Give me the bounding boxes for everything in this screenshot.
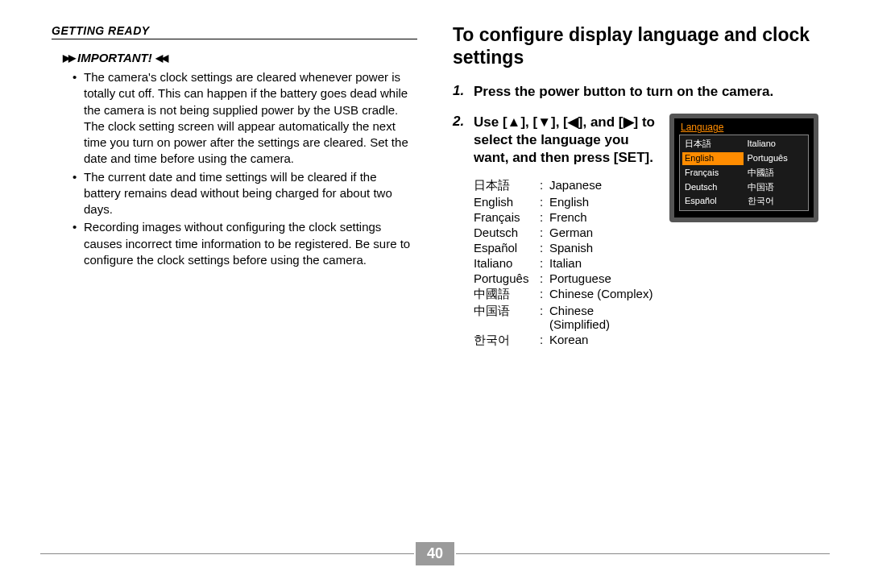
left-arrow-icon: ◀ <box>568 114 578 130</box>
screen-cell: 日本語 <box>682 138 744 151</box>
page-title: To configure display language and clock … <box>453 24 818 68</box>
language-row: Português: Portuguese <box>474 271 657 286</box>
lang-native: 中國語 <box>474 286 540 303</box>
language-row: Italiano: Italian <box>474 255 657 271</box>
language-row: Español: Spanish <box>474 240 657 255</box>
screen-cell: Español <box>682 195 744 208</box>
screen-cell: 中国语 <box>745 181 806 194</box>
step-text: Press the power button to turn on the ca… <box>474 83 818 101</box>
section-header: GETTING READY <box>52 24 417 39</box>
language-row: 中国语: Chinese (Simplified) <box>474 303 657 332</box>
step-1: 1. Press the power button to turn on the… <box>453 83 818 101</box>
lang-native: 中国语 <box>474 303 540 332</box>
step-text: Use [▲], [▼], [◀], and [▶] to select the… <box>474 114 657 167</box>
colon: : <box>540 303 549 332</box>
step-number: 2. <box>453 114 464 130</box>
lang-native: English <box>474 194 540 209</box>
lang-native: 한국어 <box>474 332 540 349</box>
page-number: 40 <box>416 542 454 565</box>
lang-english: Italian <box>549 255 657 271</box>
step-number: 1. <box>453 83 464 99</box>
colon: : <box>540 271 549 286</box>
language-row: Deutsch: German <box>474 225 657 240</box>
language-menu-screen: Language 日本語ItalianoEnglishPortuguêsFran… <box>669 114 818 222</box>
down-arrow-icon: ▼ <box>537 114 551 130</box>
lang-native: Italiano <box>474 255 540 271</box>
lang-english: Chinese (Complex) <box>549 286 657 303</box>
screen-title: Language <box>679 122 809 135</box>
language-row: English: English <box>474 194 657 209</box>
colon: : <box>540 225 549 240</box>
footer-rule <box>456 553 830 554</box>
language-table: 日本語: JapaneseEnglish: EnglishFrançais: F… <box>474 177 657 349</box>
colon: : <box>540 332 549 349</box>
screen-cell: Deutsch <box>682 181 744 194</box>
lang-english: English <box>549 194 657 209</box>
language-row: 한국어: Korean <box>474 332 657 349</box>
screen-cell: 한국어 <box>745 195 806 208</box>
colon: : <box>540 177 549 194</box>
screen-grid: 日本語ItalianoEnglishPortuguêsFrançais中國語De… <box>679 135 809 211</box>
screen-cell: 中國語 <box>745 167 806 180</box>
colon: : <box>540 286 549 303</box>
screen-cell: English <box>682 152 744 165</box>
rewind-icon: ◀◀ <box>155 53 167 63</box>
screen-cell: Français <box>682 167 744 180</box>
lang-english: German <box>549 225 657 240</box>
right-arrow-icon: ▶ <box>624 114 634 130</box>
up-arrow-icon: ▲ <box>508 114 521 130</box>
bullet-item: Recording images without configuring the… <box>84 219 414 268</box>
lang-english: Portuguese <box>549 271 657 286</box>
colon: : <box>540 194 549 209</box>
fast-forward-icon: ▶▶ <box>63 53 74 63</box>
colon: : <box>540 255 549 271</box>
lang-native: Deutsch <box>474 225 540 240</box>
lang-english: Chinese (Simplified) <box>549 303 657 332</box>
important-bullet-list: The camera's clock settings are cleared … <box>84 69 414 268</box>
lang-english: Korean <box>549 332 657 349</box>
language-row: 日本語: Japanese <box>474 177 657 194</box>
colon: : <box>540 240 549 255</box>
important-label: IMPORTANT! <box>77 51 152 64</box>
screen-cell: Português <box>745 152 806 165</box>
important-heading: ▶▶ IMPORTANT! ◀◀ <box>63 51 417 64</box>
bullet-item: The camera's clock settings are cleared … <box>84 69 414 168</box>
lang-english: French <box>549 209 657 225</box>
colon: : <box>540 209 549 225</box>
lang-english: Spanish <box>549 240 657 255</box>
lang-native: Español <box>474 240 540 255</box>
lang-english: Japanese <box>549 177 657 194</box>
bullet-item: The current date and time settings will … <box>84 169 414 218</box>
lang-native: 日本語 <box>474 177 540 194</box>
lang-native: Português <box>474 271 540 286</box>
step-2: 2. Use [▲], [▼], [◀], and [▶] to select … <box>453 114 818 348</box>
language-row: Français: French <box>474 209 657 225</box>
lang-native: Français <box>474 209 540 225</box>
screen-cell: Italiano <box>745 138 806 151</box>
page-footer: 40 <box>40 542 830 565</box>
footer-rule <box>40 553 414 554</box>
language-row: 中國語: Chinese (Complex) <box>474 286 657 303</box>
